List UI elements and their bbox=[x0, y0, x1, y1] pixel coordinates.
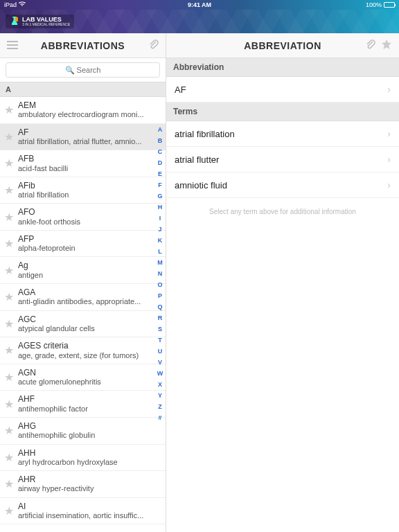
star-icon[interactable]: ★ bbox=[4, 371, 14, 384]
index-letter[interactable]: M bbox=[155, 259, 165, 266]
alpha-index[interactable]: ABCDEFGHIJKLMNOPQRSTUVWXYZ# bbox=[155, 123, 165, 532]
term-row[interactable]: amniotic fluid› bbox=[166, 172, 399, 198]
status-time: 9:41 AM bbox=[134, 1, 265, 8]
list-item[interactable]: ★AHHaryl hydrocarbon hydroxylase bbox=[0, 445, 166, 472]
carrier-label: iPad bbox=[4, 1, 17, 8]
index-letter[interactable]: U bbox=[155, 348, 165, 355]
star-icon[interactable]: ★ bbox=[4, 398, 14, 411]
index-letter[interactable]: Q bbox=[155, 303, 165, 310]
star-icon[interactable]: ★ bbox=[4, 504, 14, 517]
item-term: antigen bbox=[18, 271, 153, 280]
list-item[interactable]: ★AFibatrial fibrillation bbox=[0, 177, 166, 204]
list-item[interactable]: ★AGAanti-gliadin antibodies, appropriate… bbox=[0, 284, 166, 311]
star-icon[interactable]: ★ bbox=[4, 477, 14, 490]
item-term: age, grade, extent, size (for tumors) bbox=[18, 351, 153, 360]
index-letter[interactable]: V bbox=[155, 359, 165, 366]
attachment-icon[interactable] bbox=[149, 39, 159, 52]
item-term: antihemophilic globulin bbox=[18, 431, 153, 440]
index-letter[interactable]: W bbox=[155, 370, 165, 377]
status-bar: iPad 9:41 AM 100% bbox=[0, 0, 399, 10]
index-letter[interactable]: T bbox=[155, 337, 165, 344]
index-letter[interactable]: C bbox=[155, 148, 165, 155]
star-icon[interactable]: ★ bbox=[4, 237, 14, 250]
search-input[interactable] bbox=[6, 62, 160, 78]
chevron-right-icon: › bbox=[387, 84, 391, 95]
terms-section-header: Terms bbox=[166, 103, 399, 121]
list-item[interactable]: ★AFBacid-fast bacilli bbox=[0, 150, 166, 177]
term-label: atrial fibrillation bbox=[175, 129, 235, 139]
star-icon[interactable]: ★ bbox=[4, 451, 14, 464]
item-term: alpha-fetoprotein bbox=[18, 244, 153, 253]
list-item[interactable]: ★AHGantihemophilic globulin bbox=[0, 418, 166, 445]
index-letter[interactable]: H bbox=[155, 204, 165, 211]
item-abbr: AGA bbox=[18, 287, 153, 297]
index-letter[interactable]: Y bbox=[155, 392, 165, 399]
index-letter[interactable]: K bbox=[155, 237, 165, 244]
list-item[interactable]: ★AFatrial fibrillation, atrial flutter, … bbox=[0, 124, 166, 151]
list-item[interactable]: ★AFOankle-foot orthosis bbox=[0, 204, 166, 231]
chevron-right-icon: › bbox=[387, 179, 391, 190]
item-abbr: AHH bbox=[18, 448, 153, 458]
list-item[interactable]: ★AEMambulatory electrocardiogram moni... bbox=[0, 97, 166, 124]
term-row[interactable]: atrial fibrillation› bbox=[166, 121, 399, 147]
index-letter[interactable]: S bbox=[155, 326, 165, 332]
star-icon[interactable]: ★ bbox=[4, 317, 14, 330]
index-letter[interactable]: Z bbox=[155, 403, 165, 410]
list-item[interactable]: ★AGCatypical glandular cells bbox=[0, 311, 166, 338]
item-abbr: AGC bbox=[18, 314, 153, 324]
index-letter[interactable]: E bbox=[155, 170, 165, 177]
index-letter[interactable]: O bbox=[155, 281, 165, 288]
list-item[interactable]: ★AIartificial insemination, aortic insuf… bbox=[0, 498, 166, 525]
list-item[interactable]: ★AHFantihemophilic factor bbox=[0, 391, 166, 418]
item-abbr: AFP bbox=[18, 234, 153, 244]
detail-pane: ABBREVIATION Abbreviation AF › Terms atr… bbox=[166, 33, 399, 532]
index-letter[interactable]: I bbox=[155, 215, 165, 222]
favorite-icon[interactable] bbox=[381, 39, 392, 53]
item-term: ankle-foot orthosis bbox=[18, 218, 153, 227]
index-letter[interactable]: J bbox=[155, 226, 165, 233]
item-abbr: AEM bbox=[18, 100, 153, 110]
flask-icon bbox=[10, 17, 19, 26]
index-letter[interactable]: B bbox=[155, 137, 165, 144]
abbreviation-list[interactable]: A ★AEMambulatory electrocardiogram moni.… bbox=[0, 82, 166, 532]
star-icon[interactable]: ★ bbox=[4, 344, 14, 357]
index-letter[interactable]: L bbox=[155, 248, 165, 255]
item-term: ambulatory electrocardiogram moni... bbox=[18, 110, 153, 119]
list-item[interactable]: ★AFPalpha-fetoprotein bbox=[0, 231, 166, 258]
star-icon[interactable]: ★ bbox=[4, 184, 14, 197]
list-item[interactable]: ★AHRairway hyper-reactivity bbox=[0, 471, 166, 498]
attachment-icon[interactable] bbox=[366, 39, 375, 52]
index-letter[interactable]: # bbox=[155, 414, 165, 421]
index-letter[interactable]: N bbox=[155, 270, 165, 277]
list-item[interactable]: ★Agantigen bbox=[0, 257, 166, 284]
item-term: atypical glandular cells bbox=[18, 324, 153, 333]
item-abbr: AGES criteria bbox=[18, 341, 153, 351]
abbreviation-value-row[interactable]: AF › bbox=[166, 77, 399, 103]
star-icon[interactable]: ★ bbox=[4, 130, 14, 143]
star-icon[interactable]: ★ bbox=[4, 424, 14, 437]
index-letter[interactable]: F bbox=[155, 181, 165, 188]
item-term: acid-fast bacilli bbox=[18, 164, 153, 173]
term-label: amniotic fluid bbox=[175, 180, 227, 190]
svg-rect-0 bbox=[15, 17, 18, 21]
item-term: airway hyper-reactivity bbox=[18, 484, 153, 493]
index-letter[interactable]: D bbox=[155, 159, 165, 166]
star-icon[interactable]: ★ bbox=[4, 157, 14, 170]
index-letter[interactable]: X bbox=[155, 381, 165, 388]
term-row[interactable]: atrial flutter› bbox=[166, 147, 399, 172]
list-item[interactable]: ★AGNacute glomerulonephritis bbox=[0, 364, 166, 391]
item-term: artificial insemination, aortic insuffic… bbox=[18, 511, 153, 520]
star-icon[interactable]: ★ bbox=[4, 264, 14, 277]
index-letter[interactable]: G bbox=[155, 193, 165, 200]
star-icon[interactable]: ★ bbox=[4, 290, 14, 303]
index-letter[interactable]: P bbox=[155, 292, 165, 299]
item-abbr: AHF bbox=[18, 394, 153, 404]
star-icon[interactable]: ★ bbox=[4, 103, 14, 116]
menu-icon[interactable] bbox=[7, 39, 18, 52]
index-letter[interactable]: R bbox=[155, 314, 165, 321]
star-icon[interactable]: ★ bbox=[4, 211, 14, 224]
item-abbr: AFO bbox=[18, 207, 153, 217]
list-item[interactable]: ★AGES criteriaage, grade, extent, size (… bbox=[0, 337, 166, 364]
hint-text: Select any term above for additional inf… bbox=[166, 198, 399, 225]
index-letter[interactable]: A bbox=[155, 126, 165, 133]
